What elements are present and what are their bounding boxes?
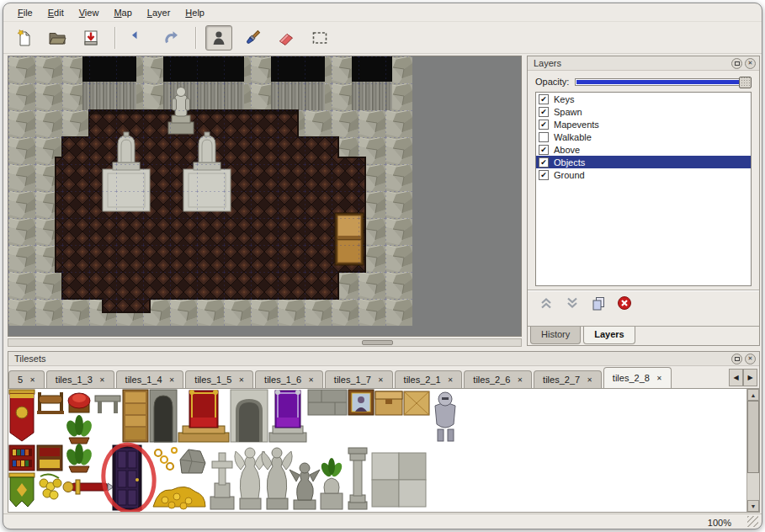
tileset-tab-5[interactable]: 5✕ [8,370,45,388]
redo-button[interactable] [158,25,185,51]
tile-purple-door [113,445,141,510]
object-tool-button[interactable] [205,25,232,51]
tab-close-icon[interactable]: ✕ [99,376,105,384]
down-arrow-icon: ▼ [751,503,757,509]
tab-close-icon[interactable]: ✕ [587,376,592,384]
tileset-tab-tiles_1_7[interactable]: tiles_1_7✕ [325,370,393,388]
right-arrow-icon: ▶ [747,374,752,381]
layer-row-mapevents[interactable]: ✔Mapevents [536,118,751,130]
menu-map[interactable]: Map [106,5,139,20]
map-canvas[interactable] [8,56,522,337]
tile-marble-arch [231,390,268,442]
panel-tab-layers[interactable]: Layers [583,327,635,344]
tab-scroll-right-button[interactable]: ▶ [743,369,757,386]
tilesets-panel: Tilesets ✕ 5✕tiles_1_3✕tiles_1_4✕tiles_1… [8,351,760,513]
scroll-up-button[interactable]: ▲ [747,389,759,401]
copy-icon [591,295,606,311]
person-icon [209,28,229,48]
opacity-slider-fill [576,80,740,84]
opacity-slider-handle[interactable] [739,77,752,88]
tab-close-icon[interactable]: ✕ [448,376,454,384]
tile-picture-frame [348,390,374,415]
tab-close-icon[interactable]: ✕ [29,376,35,384]
map-horizontal-scrollbar[interactable] [8,338,522,347]
eraser-tool-button[interactable] [273,25,300,51]
brush-tool-button[interactable] [239,25,266,51]
layer-visible-checkbox[interactable]: ✔ [539,157,549,168]
open-button[interactable] [44,25,71,51]
tileset-tab-tiles_1_4[interactable]: tiles_1_4✕ [116,370,184,388]
panel-undock-button[interactable] [731,354,742,364]
tileset-tab-tiles_1_3[interactable]: tiles_1_3✕ [46,370,114,388]
delete-layer-button[interactable] [616,295,633,311]
menu-bar: FileEditViewMapLayerHelp [3,3,762,22]
undo-button[interactable] [125,25,151,51]
menu-help[interactable]: Help [178,5,212,20]
layer-row-above[interactable]: ✔Above [536,143,751,156]
menu-file[interactable]: File [10,5,40,20]
tileset-tab-label: tiles_2_6 [473,375,510,385]
tileset-tab-tiles_2_8[interactable]: tiles_2_8✕ [603,367,672,389]
scroll-down-button[interactable]: ▼ [747,500,759,512]
zoom-level: 100% [708,518,731,528]
tileset-tab-tiles_2_7[interactable]: tiles_2_7✕ [534,370,602,388]
tile-cabinet [123,390,148,442]
tab-scroll-buttons: ◀ ▶ [729,369,757,386]
tab-close-icon[interactable]: ✕ [308,376,314,384]
resize-grip[interactable] [747,516,758,527]
tileset-vertical-scrollbar[interactable]: ▲ ▼ [746,389,759,512]
panel-close-button[interactable]: ✕ [745,58,756,69]
folder-icon [47,28,67,48]
layers-list: ✔Keys✔Spawn✔MapeventsWalkable✔Above✔Obje… [535,92,752,286]
layer-row-walkable[interactable]: Walkable [536,130,751,143]
panel-undock-button[interactable] [731,58,742,69]
layer-visible-checkbox[interactable] [539,132,549,142]
new-map-button[interactable] [10,25,37,51]
layer-visible-checkbox[interactable]: ✔ [539,120,549,130]
tab-scroll-left-button[interactable]: ◀ [729,369,743,386]
tileset-image [8,389,458,512]
close-icon: ✕ [748,355,753,362]
tab-close-icon[interactable]: ✕ [378,376,384,384]
layer-visible-checkbox[interactable]: ✔ [539,107,549,117]
tileset-tab-tiles_2_6[interactable]: tiles_2_6✕ [464,370,532,388]
layers-panel: Layers ✕ Opacity: ✔Keys✔Spawn✔MapeventsW… [527,56,760,346]
chevrons-down-icon [565,295,580,311]
menu-layer[interactable]: Layer [140,5,178,20]
tileset-tab-label: tiles_1_4 [125,375,162,385]
menu-view[interactable]: View [72,5,107,20]
opacity-label: Opacity: [535,77,569,87]
undock-icon [735,357,740,361]
tileset-tab-tiles_1_6[interactable]: tiles_1_6✕ [255,370,323,388]
tileset-tab-tiles_2_1[interactable]: tiles_2_1✕ [395,370,463,388]
tab-close-icon[interactable]: ✕ [169,376,175,384]
layer-row-ground[interactable]: ✔Ground [536,168,751,181]
layer-row-objects[interactable]: ✔Objects [536,156,751,168]
layer-visible-checkbox[interactable]: ✔ [539,170,549,180]
panel-close-button[interactable]: ✕ [745,354,756,364]
save-icon [81,28,101,48]
layer-row-keys[interactable]: ✔Keys [536,93,751,105]
layer-visible-checkbox[interactable]: ✔ [539,94,549,104]
save-button[interactable] [77,25,104,51]
layers-panel-title: Layers [534,58,729,68]
raise-layer-button[interactable] [538,295,555,311]
panel-tab-history[interactable]: History [530,327,581,344]
tileset-tab-tiles_1_5[interactable]: tiles_1_5✕ [185,370,253,388]
tab-close-icon[interactable]: ✕ [656,375,662,382]
opacity-slider[interactable] [575,78,752,86]
tab-close-icon[interactable]: ✕ [238,376,244,384]
tileset-tabs: 5✕tiles_1_3✕tiles_1_4✕tiles_1_5✕tiles_1_… [8,367,673,388]
duplicate-layer-button[interactable] [590,295,607,311]
scrollbar-thumb[interactable] [362,340,393,345]
layer-row-spawn[interactable]: ✔Spawn [536,105,751,118]
lower-layer-button[interactable] [564,295,581,311]
tile-bookshelf [9,445,35,471]
tileset-content[interactable]: ▲ ▼ [8,389,759,512]
menu-edit[interactable]: Edit [40,5,72,20]
layer-visible-checkbox[interactable]: ✔ [539,145,549,155]
scrollbar-thumb[interactable] [747,401,759,473]
toolbar-separator [195,27,197,49]
tab-close-icon[interactable]: ✕ [517,376,523,384]
selection-tool-button[interactable] [306,25,333,51]
